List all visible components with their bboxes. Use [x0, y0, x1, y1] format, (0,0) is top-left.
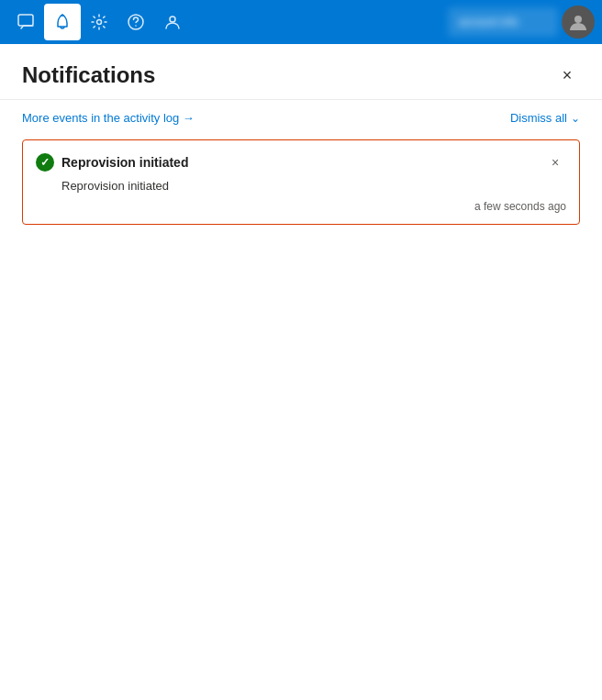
panel-title: Notifications	[22, 62, 155, 88]
help-icon-topbar[interactable]	[117, 4, 154, 40]
notification-title-row: ✓ Reprovision initiated	[36, 153, 188, 172]
chevron-down-icon: ⌄	[571, 112, 580, 125]
notifications-panel: Notifications × More events in the activ…	[0, 44, 602, 700]
checkmark-icon: ✓	[40, 157, 50, 168]
user-area: account info	[448, 6, 595, 39]
feedback-icon[interactable]	[7, 4, 44, 40]
svg-point-2	[97, 20, 102, 25]
svg-point-5	[170, 17, 175, 22]
success-icon: ✓	[36, 153, 54, 172]
settings-icon-topbar[interactable]	[81, 4, 117, 40]
account-info[interactable]: account info	[448, 7, 558, 37]
svg-point-4	[135, 25, 137, 27]
notification-card: ✓ Reprovision initiated × Reprovision in…	[22, 139, 580, 225]
panel-header: Notifications ×	[0, 44, 602, 100]
panel-content: ✓ Reprovision initiated × Reprovision in…	[0, 136, 602, 700]
dismiss-all-label: Dismiss all	[510, 111, 567, 125]
panel-actions: More events in the activity log → Dismis…	[0, 100, 602, 136]
notification-body: Reprovision initiated	[61, 179, 566, 193]
topbar: account info	[0, 0, 602, 44]
notification-title: Reprovision initiated	[61, 155, 188, 170]
svg-point-6	[574, 16, 582, 23]
notification-dismiss-button[interactable]: ×	[544, 151, 566, 173]
user-icon-topbar[interactable]	[154, 4, 191, 40]
notification-timestamp: a few seconds ago	[36, 200, 566, 213]
notification-card-header: ✓ Reprovision initiated ×	[36, 151, 566, 173]
close-panel-button[interactable]: ×	[554, 62, 580, 88]
svg-rect-0	[18, 15, 33, 26]
activity-log-link[interactable]: More events in the activity log →	[22, 111, 195, 125]
notifications-icon-topbar[interactable]	[44, 4, 81, 40]
dismiss-all-button[interactable]: Dismiss all ⌄	[510, 111, 580, 125]
avatar[interactable]	[562, 6, 595, 39]
